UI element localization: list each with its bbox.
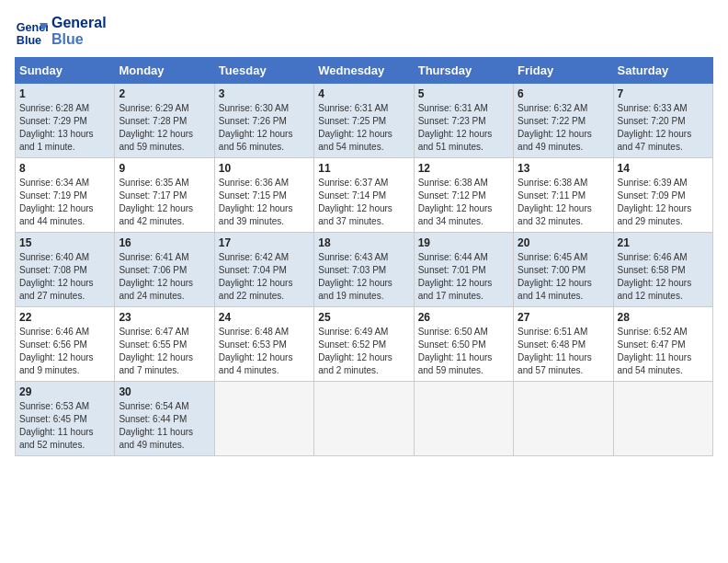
- day-number: 14: [618, 162, 709, 175]
- calendar-week-1: 1Sunrise: 6:28 AMSunset: 7:29 PMDaylight…: [16, 84, 713, 158]
- day-number: 1: [19, 87, 110, 100]
- day-info: Sunrise: 6:48 AMSunset: 6:53 PMDaylight:…: [219, 326, 310, 377]
- day-number: 9: [119, 162, 210, 175]
- calendar-header-row: SundayMondayTuesdayWednesdayThursdayFrid…: [16, 58, 713, 84]
- day-info: Sunrise: 6:46 AMSunset: 6:58 PMDaylight:…: [618, 251, 709, 303]
- calendar-table: SundayMondayTuesdayWednesdayThursdayFrid…: [15, 57, 713, 456]
- day-info: Sunrise: 6:31 AMSunset: 7:25 PMDaylight:…: [318, 102, 409, 154]
- calendar-cell: [613, 382, 712, 456]
- calendar-cell: 15Sunrise: 6:40 AMSunset: 7:08 PMDayligh…: [16, 233, 115, 307]
- day-number: 15: [19, 236, 110, 249]
- day-number: 5: [418, 87, 509, 100]
- calendar-cell: 5Sunrise: 6:31 AMSunset: 7:23 PMDaylight…: [414, 84, 513, 158]
- day-number: 22: [19, 311, 110, 324]
- calendar-cell: 30Sunrise: 6:54 AMSunset: 6:44 PMDayligh…: [115, 382, 214, 456]
- calendar-cell: 12Sunrise: 6:38 AMSunset: 7:12 PMDayligh…: [414, 158, 513, 233]
- calendar-cell: 29Sunrise: 6:53 AMSunset: 6:45 PMDayligh…: [16, 382, 115, 456]
- day-info: Sunrise: 6:53 AMSunset: 6:45 PMDaylight:…: [19, 400, 110, 452]
- day-number: 4: [318, 87, 409, 100]
- calendar-cell: 4Sunrise: 6:31 AMSunset: 7:25 PMDaylight…: [314, 84, 414, 158]
- calendar-cell: 8Sunrise: 6:34 AMSunset: 7:19 PMDaylight…: [16, 158, 115, 233]
- calendar-cell: 3Sunrise: 6:30 AMSunset: 7:26 PMDaylight…: [214, 84, 313, 158]
- calendar-cell: 17Sunrise: 6:42 AMSunset: 7:04 PMDayligh…: [214, 233, 313, 307]
- day-header-monday: Monday: [115, 58, 214, 84]
- svg-text:Blue: Blue: [17, 34, 41, 47]
- calendar-cell: 13Sunrise: 6:38 AMSunset: 7:11 PMDayligh…: [514, 158, 613, 233]
- calendar-cell: 7Sunrise: 6:33 AMSunset: 7:20 PMDaylight…: [613, 84, 712, 158]
- calendar-cell: 14Sunrise: 6:39 AMSunset: 7:09 PMDayligh…: [613, 158, 712, 233]
- day-info: Sunrise: 6:49 AMSunset: 6:52 PMDaylight:…: [318, 326, 409, 377]
- day-number: 3: [219, 87, 310, 100]
- day-info: Sunrise: 6:31 AMSunset: 7:23 PMDaylight:…: [418, 102, 509, 154]
- calendar-cell: 18Sunrise: 6:43 AMSunset: 7:03 PMDayligh…: [314, 233, 414, 307]
- day-number: 26: [418, 311, 509, 324]
- day-info: Sunrise: 6:28 AMSunset: 7:29 PMDaylight:…: [19, 102, 110, 154]
- day-number: 17: [219, 236, 310, 249]
- calendar-cell: 24Sunrise: 6:48 AMSunset: 6:53 PMDayligh…: [214, 307, 313, 382]
- day-header-saturday: Saturday: [613, 58, 712, 84]
- day-number: 25: [318, 311, 409, 324]
- calendar-cell: 23Sunrise: 6:47 AMSunset: 6:55 PMDayligh…: [115, 307, 214, 382]
- day-number: 2: [119, 87, 210, 100]
- day-number: 7: [618, 87, 709, 100]
- calendar-week-3: 15Sunrise: 6:40 AMSunset: 7:08 PMDayligh…: [16, 233, 713, 307]
- day-info: Sunrise: 6:40 AMSunset: 7:08 PMDaylight:…: [19, 251, 110, 303]
- day-info: Sunrise: 6:34 AMSunset: 7:19 PMDaylight:…: [19, 177, 110, 228]
- day-info: Sunrise: 6:45 AMSunset: 7:00 PMDaylight:…: [518, 251, 609, 303]
- day-number: 21: [618, 236, 709, 249]
- day-number: 11: [318, 162, 409, 175]
- day-number: 27: [518, 311, 609, 324]
- calendar-cell: 2Sunrise: 6:29 AMSunset: 7:28 PMDaylight…: [115, 84, 214, 158]
- day-number: 16: [119, 236, 210, 249]
- calendar-week-5: 29Sunrise: 6:53 AMSunset: 6:45 PMDayligh…: [16, 382, 713, 456]
- day-number: 8: [19, 162, 110, 175]
- day-info: Sunrise: 6:29 AMSunset: 7:28 PMDaylight:…: [119, 102, 210, 154]
- day-number: 29: [19, 385, 110, 398]
- day-header-friday: Friday: [514, 58, 613, 84]
- day-number: 23: [119, 311, 210, 324]
- calendar-cell: 25Sunrise: 6:49 AMSunset: 6:52 PMDayligh…: [314, 307, 414, 382]
- header: General Blue General Blue: [15, 15, 713, 48]
- day-number: 6: [518, 87, 609, 100]
- day-number: 19: [418, 236, 509, 249]
- calendar-cell: [514, 382, 613, 456]
- day-number: 13: [518, 162, 609, 175]
- calendar-cell: 10Sunrise: 6:36 AMSunset: 7:15 PMDayligh…: [214, 158, 313, 233]
- day-header-sunday: Sunday: [16, 58, 115, 84]
- day-info: Sunrise: 6:54 AMSunset: 6:44 PMDaylight:…: [119, 400, 210, 452]
- logo-icon: General Blue: [15, 15, 48, 48]
- day-number: 30: [119, 385, 210, 398]
- calendar-cell: [214, 382, 313, 456]
- day-info: Sunrise: 6:30 AMSunset: 7:26 PMDaylight:…: [219, 102, 310, 154]
- day-number: 24: [219, 311, 310, 324]
- calendar-cell: 9Sunrise: 6:35 AMSunset: 7:17 PMDaylight…: [115, 158, 214, 233]
- calendar-body: 1Sunrise: 6:28 AMSunset: 7:29 PMDaylight…: [16, 84, 713, 456]
- day-number: 12: [418, 162, 509, 175]
- day-info: Sunrise: 6:39 AMSunset: 7:09 PMDaylight:…: [618, 177, 709, 228]
- day-info: Sunrise: 6:44 AMSunset: 7:01 PMDaylight:…: [418, 251, 509, 303]
- calendar-cell: 19Sunrise: 6:44 AMSunset: 7:01 PMDayligh…: [414, 233, 513, 307]
- calendar-cell: 27Sunrise: 6:51 AMSunset: 6:48 PMDayligh…: [514, 307, 613, 382]
- day-header-thursday: Thursday: [414, 58, 513, 84]
- day-info: Sunrise: 6:41 AMSunset: 7:06 PMDaylight:…: [119, 251, 210, 303]
- day-info: Sunrise: 6:38 AMSunset: 7:12 PMDaylight:…: [418, 177, 509, 228]
- calendar-cell: 1Sunrise: 6:28 AMSunset: 7:29 PMDaylight…: [16, 84, 115, 158]
- logo-text: General Blue: [51, 15, 107, 47]
- day-info: Sunrise: 6:42 AMSunset: 7:04 PMDaylight:…: [219, 251, 310, 303]
- logo: General Blue General Blue: [15, 15, 107, 48]
- day-number: 28: [618, 311, 709, 324]
- day-number: 10: [219, 162, 310, 175]
- day-info: Sunrise: 6:52 AMSunset: 6:47 PMDaylight:…: [618, 326, 709, 377]
- day-info: Sunrise: 6:36 AMSunset: 7:15 PMDaylight:…: [219, 177, 310, 228]
- day-number: 18: [318, 236, 409, 249]
- day-header-wednesday: Wednesday: [314, 58, 414, 84]
- calendar-week-4: 22Sunrise: 6:46 AMSunset: 6:56 PMDayligh…: [16, 307, 713, 382]
- calendar-cell: 21Sunrise: 6:46 AMSunset: 6:58 PMDayligh…: [613, 233, 712, 307]
- day-info: Sunrise: 6:43 AMSunset: 7:03 PMDaylight:…: [318, 251, 409, 303]
- calendar-cell: 28Sunrise: 6:52 AMSunset: 6:47 PMDayligh…: [613, 307, 712, 382]
- day-info: Sunrise: 6:50 AMSunset: 6:50 PMDaylight:…: [418, 326, 509, 377]
- calendar-cell: [314, 382, 414, 456]
- day-info: Sunrise: 6:33 AMSunset: 7:20 PMDaylight:…: [618, 102, 709, 154]
- day-info: Sunrise: 6:37 AMSunset: 7:14 PMDaylight:…: [318, 177, 409, 228]
- day-info: Sunrise: 6:51 AMSunset: 6:48 PMDaylight:…: [518, 326, 609, 377]
